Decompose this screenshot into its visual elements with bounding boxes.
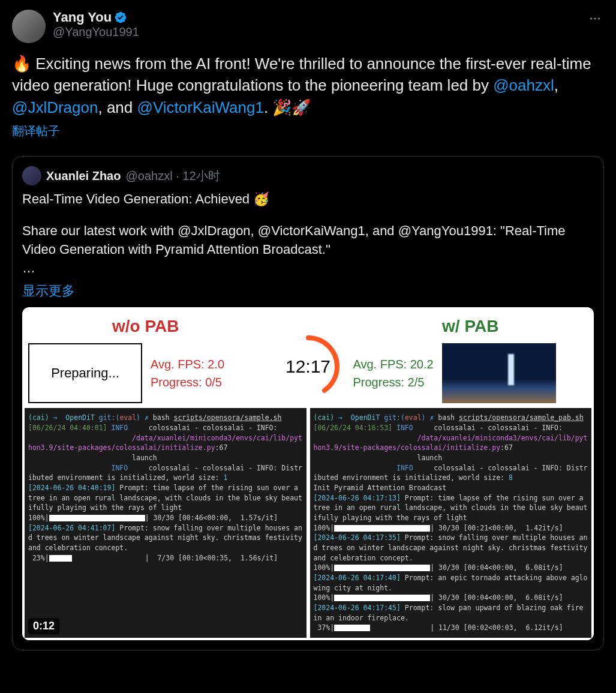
svg-point-1 <box>594 17 596 20</box>
avatar[interactable] <box>12 10 46 43</box>
qt-timestamp: 12小时 <box>182 169 220 182</box>
qt-display-name: Xuanlei Zhao <box>46 169 121 183</box>
svg-point-2 <box>598 17 600 20</box>
terminal-right: (cai) → OpenDiT git:(eval) ✗ bash script… <box>310 408 592 638</box>
tweet-text: 🔥 Exciting news from the AI front! We're… <box>12 53 604 118</box>
mention-link[interactable]: @JxlDragon <box>12 98 98 116</box>
left-title: w/o PAB <box>28 317 263 336</box>
timer-ring-icon: 12:17 <box>275 334 341 400</box>
translate-link[interactable]: 翻译帖子 <box>12 123 60 139</box>
quoted-tweet[interactable]: Xuanlei Zhao @oahzxl · 12小时 Real-Time Vi… <box>12 156 604 650</box>
mention-link[interactable]: @VictorKaiWang1 <box>137 98 264 116</box>
right-stats: Avg. FPS: 20.2 Progress: 2/5 <box>353 355 434 391</box>
more-button[interactable] <box>586 10 604 31</box>
display-name[interactable]: Yang You <box>53 10 112 25</box>
qt-text: Real-Time Video Generation: Achieved 🥳 S… <box>22 190 594 277</box>
left-stats: Avg. FPS: 2.0 Progress: 0/5 <box>151 355 224 391</box>
terminal-left: (cai) → OpenDiT git:(eval) ✗ bash script… <box>25 408 307 638</box>
left-preview: Preparing... <box>28 343 142 403</box>
avatar[interactable] <box>22 166 41 185</box>
verified-badge-icon <box>114 11 127 24</box>
media-video[interactable]: w/o PAB Preparing... Avg. FPS: 2.0 Progr… <box>22 307 594 640</box>
video-timestamp: 0:12 <box>28 618 59 634</box>
timer-value: 12:17 <box>275 334 341 400</box>
show-more-link[interactable]: 显示更多 <box>22 282 75 300</box>
svg-point-0 <box>590 17 593 20</box>
right-title: w/ PAB <box>353 317 588 336</box>
handle[interactable]: @YangYou1991 <box>53 25 579 39</box>
right-preview <box>442 343 556 403</box>
mention-link[interactable]: @oahzxl <box>493 76 554 94</box>
